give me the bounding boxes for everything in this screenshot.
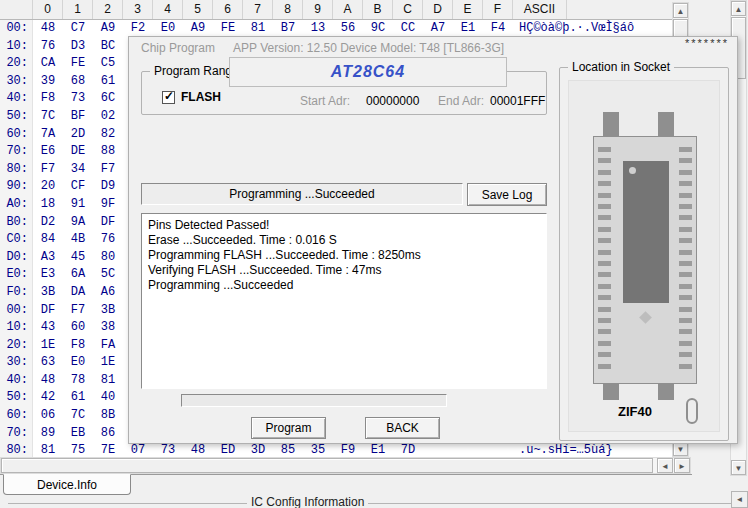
hex-byte[interactable]: 9A	[63, 214, 93, 232]
flash-checkbox[interactable]: ✓	[162, 91, 175, 104]
tab-device-info[interactable]: Device.Info	[3, 474, 131, 495]
hex-byte[interactable]: E0	[153, 20, 183, 38]
hex-byte[interactable]: F4	[483, 20, 513, 38]
hex-byte[interactable]: 56	[333, 20, 363, 38]
hex-byte[interactable]: F7	[33, 161, 63, 179]
hex-byte[interactable]: E6	[33, 143, 63, 161]
save-log-button[interactable]: Save Log	[467, 183, 547, 206]
hex-byte[interactable]: 76	[33, 38, 63, 56]
hex-byte[interactable]: 1E	[93, 354, 123, 372]
hex-byte[interactable]: DF	[33, 302, 63, 320]
hex-ascii-text[interactable]: HÇ©òà©þ.·.VœÌ§áô	[519, 20, 634, 38]
log-output[interactable]: Pins Detected Passed!Erase ...Succeeded.…	[141, 213, 547, 389]
hex-byte[interactable]: 43	[33, 319, 63, 337]
hex-byte[interactable]: A7	[423, 20, 453, 38]
hex-byte[interactable]: 73	[63, 90, 93, 108]
hex-byte[interactable]: 13	[303, 20, 333, 38]
hex-byte[interactable]: 86	[93, 425, 123, 443]
hex-byte[interactable]: C5	[93, 55, 123, 73]
hex-byte[interactable]: 20	[33, 178, 63, 196]
hex-byte[interactable]: BF	[63, 108, 93, 126]
hex-byte[interactable]: 7D	[393, 442, 423, 458]
hex-byte[interactable]: 81	[33, 442, 63, 458]
hex-hscroll-thumb[interactable]	[1, 458, 653, 473]
hex-byte[interactable]: 3B	[93, 302, 123, 320]
hex-byte[interactable]: 60	[63, 319, 93, 337]
hex-byte[interactable]: E1	[363, 442, 393, 458]
hex-byte[interactable]: 80	[93, 249, 123, 267]
hex-byte[interactable]: 35	[303, 442, 333, 458]
hex-byte[interactable]: 38	[93, 319, 123, 337]
hex-byte[interactable]: 9F	[93, 196, 123, 214]
hex-byte[interactable]: C7	[63, 20, 93, 38]
hex-byte[interactable]: 02	[93, 108, 123, 126]
hex-byte[interactable]: 81	[93, 372, 123, 390]
hex-byte[interactable]: 85	[273, 442, 303, 458]
hex-byte[interactable]: D3	[63, 38, 93, 56]
hex-byte[interactable]: 39	[33, 73, 63, 91]
hex-byte[interactable]: 91	[63, 196, 93, 214]
window-scroll-up-icon[interactable]: ▲	[731, 1, 746, 16]
hex-byte[interactable]: DE	[63, 143, 93, 161]
hex-byte[interactable]: FE	[63, 55, 93, 73]
hex-byte[interactable]: 88	[93, 143, 123, 161]
program-button[interactable]: Program	[251, 417, 326, 439]
hex-byte[interactable]: 18	[33, 196, 63, 214]
hex-byte[interactable]: EB	[63, 425, 93, 443]
hex-byte[interactable]: 81	[243, 20, 273, 38]
hex-byte[interactable]: D2	[33, 214, 63, 232]
hex-byte[interactable]: 5C	[93, 266, 123, 284]
hex-byte[interactable]: 8B	[93, 407, 123, 425]
hex-byte[interactable]: F7	[63, 302, 93, 320]
hex-byte[interactable]: 4B	[63, 231, 93, 249]
hex-byte[interactable]: CF	[63, 178, 93, 196]
hex-byte[interactable]: 7C	[63, 407, 93, 425]
hex-byte[interactable]: BC	[93, 38, 123, 56]
hex-byte[interactable]: 75	[63, 442, 93, 458]
hex-byte[interactable]: B7	[273, 20, 303, 38]
hex-byte[interactable]: 63	[33, 354, 63, 372]
hex-byte[interactable]: ED	[213, 442, 243, 458]
hex-byte[interactable]: 73	[153, 442, 183, 458]
hex-byte[interactable]: D9	[93, 178, 123, 196]
hex-byte[interactable]: 42	[33, 389, 63, 407]
hex-byte[interactable]: F8	[33, 90, 63, 108]
hex-byte[interactable]: 6C	[93, 90, 123, 108]
hex-byte[interactable]: E3	[33, 266, 63, 284]
hex-byte[interactable]: CC	[393, 20, 423, 38]
scroll-right-icon[interactable]: ►	[674, 458, 690, 473]
hex-byte[interactable]: 82	[93, 126, 123, 144]
hex-byte[interactable]: 45	[63, 249, 93, 267]
hex-byte[interactable]: 07	[123, 442, 153, 458]
hex-byte[interactable]: 40	[93, 389, 123, 407]
hex-byte[interactable]: 3D	[243, 442, 273, 458]
hex-byte[interactable]: 3B	[33, 284, 63, 302]
hex-byte[interactable]: E1	[453, 20, 483, 38]
hex-byte[interactable]: A6	[93, 284, 123, 302]
hex-byte[interactable]: F7	[93, 161, 123, 179]
hex-ascii-text[interactable]: .u~.sHí=…5ùá}	[519, 442, 613, 458]
hex-byte[interactable]: 6A	[63, 266, 93, 284]
hex-byte[interactable]: 78	[63, 372, 93, 390]
hex-byte[interactable]: 68	[63, 73, 93, 91]
hex-byte[interactable]: FA	[93, 337, 123, 355]
window-scroll-down-icon[interactable]: ▼	[731, 460, 746, 475]
back-button[interactable]: BACK	[365, 417, 440, 439]
scroll-up-icon[interactable]: ▲	[673, 3, 688, 18]
hex-byte[interactable]: DF	[93, 214, 123, 232]
hex-byte[interactable]: 61	[63, 389, 93, 407]
hex-byte[interactable]: 61	[93, 73, 123, 91]
hex-byte[interactable]: 89	[33, 425, 63, 443]
hex-byte[interactable]: 48	[33, 20, 63, 38]
hex-byte[interactable]: E0	[63, 354, 93, 372]
hex-byte[interactable]: F2	[123, 20, 153, 38]
hex-byte[interactable]: A3	[33, 249, 63, 267]
hex-byte[interactable]: A9	[93, 20, 123, 38]
hex-byte[interactable]: 7C	[33, 108, 63, 126]
flash-checkbox-row[interactable]: ✓ FLASH	[162, 90, 221, 104]
hex-horizontal-scrollbar[interactable]: ◄ ►	[0, 457, 691, 474]
hex-byte[interactable]: F8	[63, 337, 93, 355]
hex-byte[interactable]: 7E	[93, 442, 123, 458]
hex-byte[interactable]: 76	[93, 231, 123, 249]
hex-byte[interactable]: 48	[33, 372, 63, 390]
